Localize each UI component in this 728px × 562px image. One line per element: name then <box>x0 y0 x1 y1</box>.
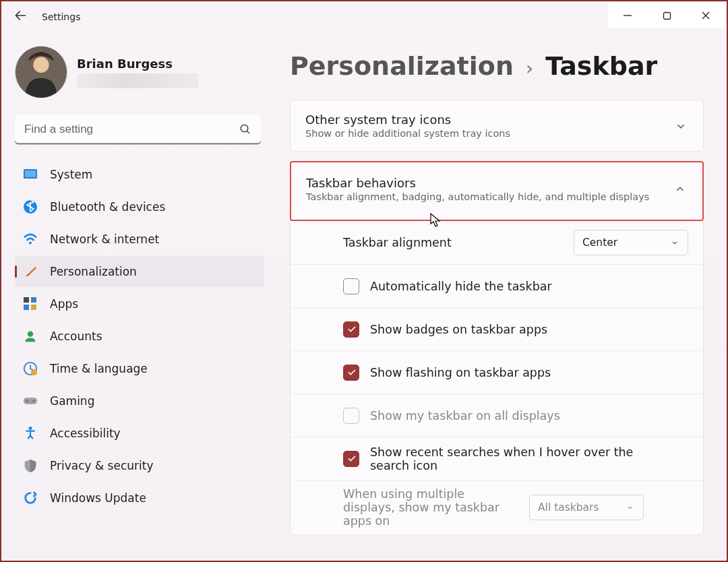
svg-point-16 <box>28 332 33 337</box>
checkbox-checked[interactable] <box>343 365 359 381</box>
svg-line-7 <box>247 131 249 133</box>
option-label: Taskbar alignment <box>343 236 563 249</box>
user-profile[interactable]: Brian Burgess <box>15 46 266 98</box>
sidebar-item-label: Privacy & security <box>50 459 154 472</box>
sidebar-item-bluetooth[interactable]: Bluetooth & devices <box>15 191 264 222</box>
option-label: Show flashing on taskbar apps <box>370 366 688 379</box>
svg-point-22 <box>29 427 32 430</box>
chevron-down-icon <box>626 503 635 512</box>
svg-rect-1 <box>663 12 670 19</box>
sidebar: Brian Burgess System Bluetooth & devices <box>1 32 271 561</box>
search-input[interactable] <box>15 115 261 144</box>
option-recent-searches[interactable]: Show recent searches when I hover over t… <box>291 437 703 480</box>
search-icon <box>239 123 251 135</box>
svg-point-18 <box>31 369 37 375</box>
minimize-button[interactable] <box>608 3 647 28</box>
sidebar-item-label: Personalization <box>50 265 137 278</box>
sidebar-item-label: Network & internet <box>50 232 159 246</box>
breadcrumb: Personalization › Taskbar <box>290 51 704 81</box>
svg-rect-14 <box>24 305 29 310</box>
svg-point-11 <box>29 241 32 244</box>
back-arrow-icon <box>13 9 27 22</box>
sidebar-item-system[interactable]: System <box>15 159 264 190</box>
panel-taskbar-behaviors[interactable]: Taskbar behaviors Taskbar alignment, bad… <box>290 161 704 221</box>
close-button[interactable] <box>686 3 725 28</box>
option-label: When using multiple displays, show my ta… <box>343 487 518 528</box>
person-icon <box>23 329 38 344</box>
svg-point-20 <box>26 400 28 402</box>
chevron-right-icon: › <box>526 57 533 80</box>
chevron-up-icon <box>673 182 688 197</box>
chevron-down-icon <box>673 119 688 133</box>
sidebar-item-personalization[interactable]: Personalization <box>15 256 264 287</box>
gamepad-icon <box>23 394 38 408</box>
sidebar-item-label: Time & language <box>50 362 148 375</box>
sidebar-item-privacy[interactable]: Privacy & security <box>15 450 264 481</box>
wifi-icon <box>23 232 38 247</box>
taskbar-behaviors-options: Taskbar alignment Center Automatically h… <box>290 221 704 535</box>
option-label: Show recent searches when I hover over t… <box>370 445 653 472</box>
option-auto-hide[interactable]: Automatically hide the taskbar <box>291 264 703 307</box>
apps-icon <box>23 296 38 311</box>
app-title: Settings <box>42 11 80 22</box>
settings-window: Settings Brian Burgess <box>0 0 728 562</box>
panel-desc: Taskbar alignment, badging, automaticall… <box>306 191 649 202</box>
update-icon <box>23 491 38 505</box>
svg-point-21 <box>33 400 34 402</box>
svg-point-5 <box>33 57 49 73</box>
shield-icon <box>23 458 38 473</box>
checkbox-unchecked[interactable] <box>343 278 359 294</box>
checkbox-disabled <box>343 408 359 424</box>
dropdown-value: All taskbars <box>538 501 626 513</box>
breadcrumb-current: Taskbar <box>545 51 657 81</box>
option-label: Show badges on taskbar apps <box>370 323 688 336</box>
option-label: Show my taskbar on all displays <box>370 409 688 423</box>
user-email-redacted <box>77 73 198 88</box>
checkbox-checked[interactable] <box>343 321 359 338</box>
sidebar-item-label: Bluetooth & devices <box>50 200 165 214</box>
bluetooth-icon <box>23 199 38 214</box>
sidebar-item-windows-update[interactable]: Windows Update <box>15 482 264 513</box>
maximize-button[interactable] <box>647 3 686 28</box>
sidebar-item-accounts[interactable]: Accounts <box>15 321 264 352</box>
breadcrumb-parent[interactable]: Personalization <box>290 51 514 81</box>
option-multi-display-apps: When using multiple displays, show my ta… <box>291 480 703 534</box>
sidebar-item-label: Accessibility <box>50 427 121 440</box>
accessibility-icon <box>23 426 38 441</box>
back-button[interactable] <box>13 9 27 25</box>
main-panel: Personalization › Taskbar Other system t… <box>271 32 727 561</box>
option-taskbar-alignment: Taskbar alignment Center <box>291 221 703 264</box>
alignment-dropdown[interactable]: Center <box>574 230 688 255</box>
sidebar-item-label: Apps <box>50 297 78 311</box>
panel-other-tray-icons[interactable]: Other system tray icons Show or hide add… <box>290 100 704 152</box>
svg-rect-19 <box>24 398 37 404</box>
sidebar-item-gaming[interactable]: Gaming <box>15 385 264 416</box>
sidebar-item-label: Gaming <box>50 394 94 408</box>
sidebar-item-label: System <box>50 168 92 181</box>
avatar <box>15 46 67 98</box>
paintbrush-icon <box>23 264 38 279</box>
sidebar-item-network[interactable]: Network & internet <box>15 224 264 255</box>
search-box[interactable] <box>15 115 261 144</box>
svg-point-6 <box>241 125 248 132</box>
sidebar-item-label: Windows Update <box>50 491 146 505</box>
multi-display-dropdown: All taskbars <box>529 495 644 520</box>
sidebar-item-time-language[interactable]: Time & language <box>15 353 264 384</box>
user-name: Brian Burgess <box>77 57 198 71</box>
option-show-badges[interactable]: Show badges on taskbar apps <box>291 307 703 350</box>
svg-rect-13 <box>31 297 36 303</box>
checkbox-checked[interactable] <box>343 451 359 467</box>
chevron-down-icon <box>670 238 679 247</box>
svg-rect-12 <box>24 297 29 303</box>
svg-rect-9 <box>25 170 36 177</box>
system-icon <box>23 167 38 182</box>
nav-list: System Bluetooth & devices Network & int… <box>15 159 264 513</box>
option-show-flashing[interactable]: Show flashing on taskbar apps <box>291 350 703 394</box>
svg-rect-15 <box>31 305 36 310</box>
sidebar-item-apps[interactable]: Apps <box>15 288 264 319</box>
clock-globe-icon <box>23 361 38 376</box>
panel-title: Other system tray icons <box>305 113 510 127</box>
sidebar-item-accessibility[interactable]: Accessibility <box>15 418 264 449</box>
panel-title: Taskbar behaviors <box>306 176 649 190</box>
window-controls <box>608 3 725 28</box>
